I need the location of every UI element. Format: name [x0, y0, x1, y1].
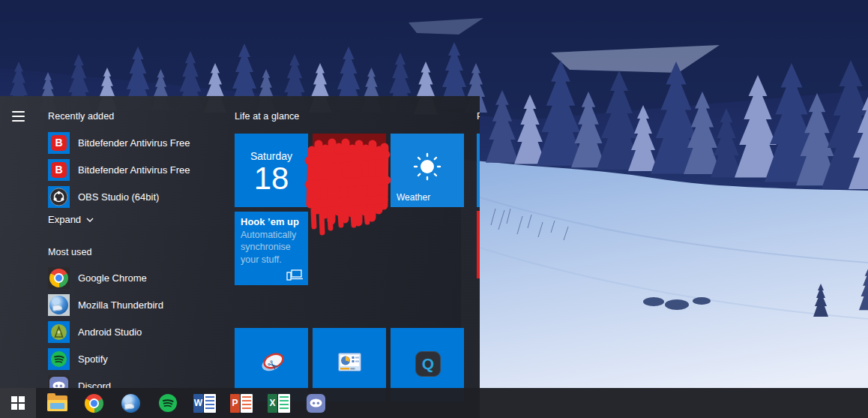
- taskbar-word-button[interactable]: W: [190, 388, 220, 418]
- spotify-icon: [48, 348, 70, 370]
- thunderbird-icon: [121, 394, 140, 413]
- app-item-label: OBS Studio (64bit): [78, 191, 159, 203]
- tile-group-header: Life at a glance: [235, 111, 299, 122]
- excel-icon: X: [268, 394, 290, 413]
- app-item-bitdefender-1[interactable]: B Bitdefender Antivirus Free: [48, 130, 234, 155]
- chrome-icon: [48, 267, 70, 289]
- snipping-tool-icon: ✂: [257, 347, 289, 379]
- tile-calendar[interactable]: Saturday 18: [235, 134, 308, 207]
- expand-button[interactable]: Expand: [48, 214, 94, 225]
- resource-monitor-icon: [338, 353, 361, 371]
- recently-added-header: Recently added: [48, 111, 114, 122]
- hook-tile-subtitle: Automatically synchronise your stuff.: [241, 229, 302, 266]
- calendar-day: 18: [254, 162, 289, 195]
- menu-hamburger-button[interactable]: [12, 111, 25, 122]
- app-item-android-studio[interactable]: Android Studio: [48, 319, 234, 344]
- windows-logo-icon: [11, 396, 25, 410]
- taskbar-file-explorer-button[interactable]: [42, 388, 72, 418]
- app-item-spotify[interactable]: Spotify: [48, 346, 234, 371]
- file-explorer-icon: [47, 395, 67, 411]
- app-item-bitdefender-2[interactable]: B Bitdefender Antivirus Free: [48, 157, 234, 182]
- android-studio-icon: [48, 321, 70, 343]
- tile-sliver-censored[interactable]: [477, 211, 480, 278]
- app-item-label: Mozilla Thunderbird: [78, 299, 163, 311]
- taskbar: W P X: [0, 388, 868, 418]
- quik-icon: Q: [415, 351, 441, 377]
- chevron-down-icon: [86, 218, 94, 222]
- app-item-label: Bitdefender Antivirus Free: [78, 164, 190, 176]
- next-tile-group-header-partial: P: [477, 111, 480, 122]
- powerpoint-icon: P: [230, 394, 253, 413]
- start-menu: Recently added B Bitdefender Antivirus F…: [0, 96, 480, 418]
- hook-tile-title: Hook ’em up: [241, 216, 302, 227]
- taskbar-thunderbird-button[interactable]: [115, 388, 145, 418]
- start-button[interactable]: [0, 388, 36, 418]
- app-item-thunderbird[interactable]: Mozilla Thunderbird: [48, 292, 234, 317]
- taskbar-powerpoint-button[interactable]: P: [226, 388, 256, 418]
- devices-icon: [286, 269, 303, 281]
- sun-icon: [411, 150, 444, 183]
- word-icon: W: [193, 394, 216, 413]
- spotify-icon: [158, 393, 178, 413]
- thunderbird-icon: [48, 294, 70, 316]
- taskbar-discord-button[interactable]: [301, 388, 331, 418]
- app-item-google-chrome[interactable]: Google Chrome: [48, 265, 234, 290]
- app-item-label: Google Chrome: [78, 272, 147, 284]
- weather-tile-label: Weather: [397, 192, 430, 203]
- app-item-obs-studio[interactable]: OBS Studio (64bit): [48, 184, 234, 209]
- tile-censored-mail[interactable]: [313, 134, 386, 207]
- discord-icon: [307, 394, 325, 413]
- bitdefender-icon: B: [48, 159, 70, 181]
- most-used-header: Most used: [48, 247, 92, 257]
- taskbar-spotify-button[interactable]: [153, 388, 183, 418]
- bitdefender-icon: B: [48, 132, 70, 154]
- app-item-label: Android Studio: [78, 326, 142, 338]
- tile-hook-em-up[interactable]: Hook ’em up Automatically synchronise yo…: [235, 212, 308, 285]
- chrome-icon: [85, 394, 103, 413]
- obs-studio-icon: [48, 186, 70, 208]
- taskbar-excel-button[interactable]: X: [264, 388, 294, 418]
- tile-weather[interactable]: Weather: [391, 134, 464, 207]
- app-item-label: Spotify: [78, 353, 108, 365]
- tile-sliver-blue[interactable]: [477, 134, 480, 207]
- app-item-label: Bitdefender Antivirus Free: [78, 137, 190, 149]
- taskbar-chrome-button[interactable]: [79, 388, 109, 418]
